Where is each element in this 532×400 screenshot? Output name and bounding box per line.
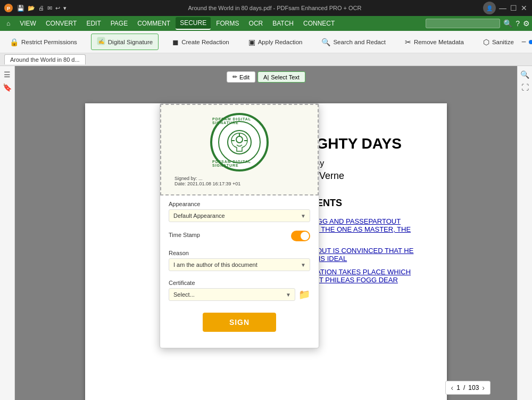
stamp-inner <box>218 121 261 164</box>
menu-search-area: 🔍 ? ⚙ <box>426 19 530 28</box>
apply-redaction-button[interactable]: ▣ Apply Redaction <box>243 35 308 49</box>
reason-label: Reason <box>169 250 310 256</box>
certificate-section: Certificate Select... 📁 <box>160 274 319 304</box>
left-panel: ☰ 🔖 <box>0 66 15 400</box>
title-bar-left: P 💾 📂 🖨 ✉ ↩ ▾ <box>4 4 66 12</box>
toolbar: 🔒 Restrict Permissions ✍ Digital Signatu… <box>0 31 532 53</box>
sanitize-icon: ⬡ <box>483 38 489 46</box>
sign-date: Date: 2021.01.08 16:17:39 +01 <box>174 181 240 186</box>
signature-icon: ✍ <box>97 37 105 47</box>
bookmark-icon[interactable]: 🔖 <box>3 83 12 92</box>
timestamp-label: Time Stamp <box>169 232 200 238</box>
user-icon[interactable]: 👤 <box>483 2 496 14</box>
lock-icon: 🔒 <box>10 38 19 46</box>
menu-page[interactable]: PAGE <box>106 18 132 29</box>
timestamp-row: Time Stamp <box>169 231 310 241</box>
menu-comment[interactable]: COMMENT <box>133 18 174 29</box>
select-text-button[interactable]: A| Select Text <box>257 71 305 83</box>
window-title: Around the World in 80 days.pdf - PDFsam… <box>66 5 483 11</box>
menu-home[interactable]: ⌂ <box>2 18 14 29</box>
minimize-button[interactable]: — <box>499 4 506 12</box>
pdf-viewer: ✏ Edit A| Select Text PDFSAM DIGITAL SIG… <box>15 66 517 400</box>
signed-by: Signed by: ... <box>174 176 240 181</box>
appearance-section: Appearance Default Appearance <box>160 195 319 225</box>
signature-info: Signed by: ... Date: 2021.01.08 16:17:39… <box>169 176 240 186</box>
certificate-select-wrap: Select... <box>169 288 295 301</box>
search-redact-icon: 🔍 <box>321 38 330 46</box>
zoom-out-button[interactable]: − <box>521 37 526 47</box>
signature-stamp: PDFSAM DIGITAL SIGNATURE <box>210 113 269 172</box>
appearance-select-wrap: Default Appearance <box>169 209 310 222</box>
timestamp-section: Time Stamp <box>160 225 319 244</box>
close-button[interactable]: ✕ <box>520 4 528 12</box>
pdf-page: PDFSAM DIGITAL SIGNATURE <box>85 103 447 400</box>
sanitize-button[interactable]: ⬡ Sanitize <box>478 35 519 49</box>
tabs-bar: Around the World in 80 d... <box>0 53 532 66</box>
certificate-label: Certificate <box>169 280 310 286</box>
full-screen-icon[interactable]: ⛶ <box>521 83 529 92</box>
menu-secure[interactable]: SECURE <box>176 17 211 30</box>
next-page-button[interactable]: › <box>482 383 485 392</box>
edit-icon: ✏ <box>232 74 237 80</box>
pdf-toolbar: ✏ Edit A| Select Text <box>227 71 305 83</box>
appearance-select[interactable]: Default Appearance <box>169 209 310 222</box>
metadata-icon: ✂ <box>405 38 411 46</box>
main-tab[interactable]: Around the World in 80 d... <box>4 54 86 64</box>
digital-signature-button[interactable]: ✍ Digital Signature <box>91 34 159 50</box>
stamp-bottom-text: PDFSAM DIGITAL SIGNATURE <box>212 160 267 167</box>
main-content: ☰ 🔖 ✏ Edit A| Select Text <box>0 66 532 400</box>
certificate-select[interactable]: Select... <box>169 288 295 301</box>
panel-toggle-icon[interactable]: ☰ <box>4 70 11 79</box>
search-input[interactable] <box>426 19 500 28</box>
reason-section: Reason I am the author of this document <box>160 244 319 274</box>
maximize-button[interactable]: ☐ <box>510 4 517 12</box>
reason-select-wrap: I am the author of this document <box>169 258 310 271</box>
zoom-slider[interactable] <box>528 38 532 46</box>
page-current: 1 <box>456 384 460 391</box>
quick-access: 💾 📂 🖨 ✉ ↩ ▾ <box>17 5 66 12</box>
search-redact-button[interactable]: 🔍 Search and Redact <box>316 35 390 49</box>
menu-convert[interactable]: CONVERT <box>41 18 81 29</box>
page-bar: ‹ 1 / 103 › <box>445 381 491 395</box>
right-panel: 🔍 ⛶ <box>517 66 532 400</box>
menu-edit[interactable]: EDIT <box>82 18 105 29</box>
pdfsam-logo-icon <box>226 129 253 156</box>
menu-forms[interactable]: FORMS <box>212 18 243 29</box>
redaction-icon: ◼ <box>172 38 179 46</box>
appearance-label: Appearance <box>169 201 310 207</box>
select-icon: A| <box>263 74 269 80</box>
svg-text:P: P <box>7 6 10 11</box>
window-controls: 👤 — ☐ ✕ <box>483 2 528 14</box>
reason-select[interactable]: I am the author of this document <box>169 258 310 271</box>
folder-icon[interactable]: 📁 <box>298 289 310 300</box>
remove-metadata-button[interactable]: ✂ Remove Metadata <box>400 35 469 49</box>
app-icon: P <box>4 4 13 12</box>
create-redaction-button[interactable]: ◼ Create Redaction <box>167 35 235 49</box>
content-area: ✏ Edit A| Select Text PDFSAM DIGITAL SIG… <box>15 66 517 400</box>
zoom-fit-icon[interactable]: 🔍 <box>520 70 529 79</box>
digital-signature-panel: PDFSAM DIGITAL SIGNATURE <box>160 103 319 348</box>
settings-icon[interactable]: ⚙ <box>523 19 530 28</box>
restrict-permissions-button[interactable]: 🔒 Restrict Permissions <box>4 35 82 49</box>
certificate-row: Select... 📁 <box>169 288 310 301</box>
svg-text:✍: ✍ <box>98 38 104 45</box>
signature-preview: PDFSAM DIGITAL SIGNATURE <box>160 104 319 195</box>
apply-icon: ▣ <box>248 38 255 46</box>
prev-page-button[interactable]: ‹ <box>451 383 454 392</box>
edit-button[interactable]: ✏ Edit <box>227 71 255 83</box>
menu-bar: ⌂ VIEW CONVERT EDIT PAGE COMMENT SECURE … <box>0 16 532 31</box>
menu-connect[interactable]: CONNECT <box>299 18 339 29</box>
menu-batch[interactable]: BATCH <box>268 18 298 29</box>
stamp-top-text: PDFSAM DIGITAL SIGNATURE <box>212 117 267 125</box>
timestamp-toggle[interactable] <box>291 231 310 241</box>
page-total: 103 <box>468 384 479 391</box>
help-icon[interactable]: ? <box>516 19 520 28</box>
menu-view[interactable]: VIEW <box>15 18 40 29</box>
page-separator: / <box>463 384 465 391</box>
menu-ocr[interactable]: OCR <box>245 18 268 29</box>
search-icon[interactable]: 🔍 <box>503 19 512 28</box>
sign-button[interactable]: SIGN <box>203 313 276 332</box>
zoom-controls: − + 180% ▾ <box>521 37 532 47</box>
title-bar: P 💾 📂 🖨 ✉ ↩ ▾ Around the World in 80 day… <box>0 0 532 16</box>
svg-point-5 <box>236 136 243 143</box>
